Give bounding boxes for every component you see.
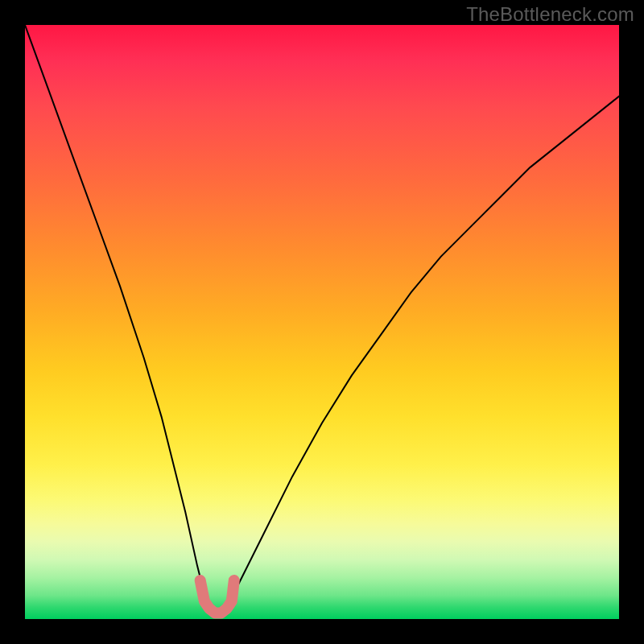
- optimal-range-highlight: [200, 580, 234, 613]
- chart-container: TheBottleneck.com: [0, 0, 644, 644]
- plot-area: [25, 25, 619, 619]
- bottleneck-curve: [25, 25, 619, 613]
- watermark-text: TheBottleneck.com: [466, 3, 634, 26]
- curve-svg: [25, 25, 619, 619]
